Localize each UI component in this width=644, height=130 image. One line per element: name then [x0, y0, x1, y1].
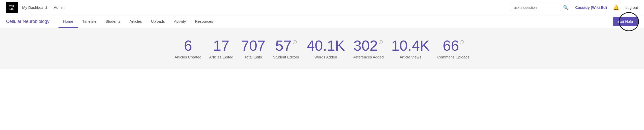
stat-value: 40.1K [307, 38, 345, 53]
stat-number: 57 [275, 38, 292, 53]
stat-item: 17Articles Edited [209, 38, 233, 59]
stat-value: 17 [213, 38, 229, 53]
stat-item: 6Articles Created [174, 38, 201, 59]
search-icon: 🔍 [563, 5, 569, 10]
stat-item: 302ⓘReferences Added [353, 38, 384, 59]
get-help-button[interactable]: Get Help [613, 17, 638, 26]
tab-resources[interactable]: Resources [190, 15, 218, 28]
stat-item: 707Total Edits [241, 38, 266, 59]
stat-label: Articles Created [174, 55, 201, 59]
info-icon[interactable]: ⓘ [379, 40, 383, 44]
stat-label: Commons Uploads [437, 55, 470, 59]
stat-item: 66ⓘCommons Uploads [437, 38, 470, 59]
tab-students[interactable]: Students [101, 15, 125, 28]
tab-timeline[interactable]: Timeline [78, 15, 101, 28]
stat-number: 17 [213, 38, 229, 53]
info-icon[interactable]: ⓘ [293, 40, 297, 44]
stat-value: 57ⓘ [275, 38, 297, 53]
stat-item: 40.1KWords Added [307, 38, 345, 59]
top-nav-links: My Dashboard Admin [22, 5, 65, 10]
stat-number: 10.4K [391, 38, 430, 53]
sub-nav-tabs: Home Timeline Students Articles Uploads … [58, 15, 218, 28]
stat-value: 66ⓘ [443, 38, 464, 53]
stat-label: Student Editors [273, 55, 299, 59]
wiki-edu-logo[interactable]: WikiEdu [6, 2, 18, 13]
admin-link[interactable]: Admin [54, 5, 65, 10]
stat-value: 302ⓘ [353, 38, 383, 53]
stat-number: 302 [353, 38, 378, 53]
search-input[interactable] [511, 4, 561, 11]
info-icon[interactable]: ⓘ [460, 40, 464, 44]
tab-uploads[interactable]: Uploads [147, 15, 169, 28]
top-navbar: WikiEdu My Dashboard Admin 🔍 Cassidy (Wi… [0, 0, 644, 15]
stat-label: Words Added [314, 55, 337, 59]
stat-value: 6 [184, 38, 192, 53]
stat-label: Total Edits [245, 55, 262, 59]
stat-item: 10.4KArticle Views [391, 38, 430, 59]
user-profile-link[interactable]: Cassidy (Wiki Ed) [575, 5, 607, 10]
stat-number: 66 [443, 38, 459, 53]
notification-bell-icon[interactable]: 🔔 [613, 5, 619, 11]
stat-label: Article Views [400, 55, 421, 59]
stat-label: References Added [353, 55, 384, 59]
search-area: 🔍 Cassidy (Wiki Ed) 🔔 Log out [511, 4, 638, 11]
stat-number: 40.1K [307, 38, 345, 53]
course-title-link[interactable]: Cellular Neurobiology [6, 19, 49, 24]
stat-value: 707 [241, 38, 266, 53]
sub-navbar: Cellular Neurobiology Home Timeline Stud… [0, 15, 644, 28]
tab-home[interactable]: Home [58, 15, 78, 28]
logout-link[interactable]: Log out [625, 5, 638, 10]
stat-number: 707 [241, 38, 266, 53]
stats-row: 6Articles Created17Articles Edited707Tot… [171, 38, 473, 59]
stat-number: 6 [184, 38, 192, 53]
tab-activity[interactable]: Activity [169, 15, 191, 28]
stat-item: 57ⓘStudent Editors [273, 38, 299, 59]
stats-section: 6Articles Created17Articles Edited707Tot… [0, 28, 644, 69]
my-dashboard-link[interactable]: My Dashboard [22, 5, 47, 10]
stat-value: 10.4K [391, 38, 430, 53]
stat-label: Articles Edited [209, 55, 233, 59]
tab-articles[interactable]: Articles [125, 15, 146, 28]
